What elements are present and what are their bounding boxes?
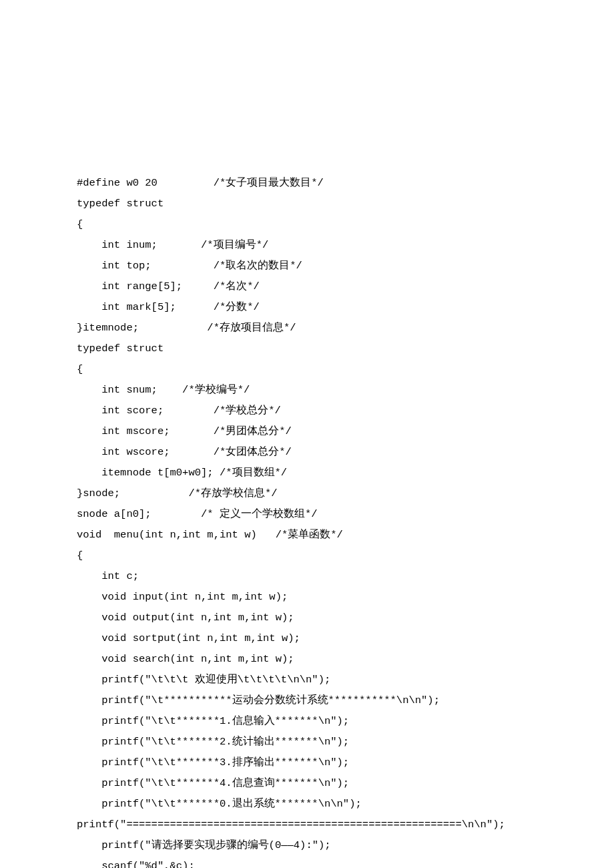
code-line: void menu(int n,int m,int w) /*菜单函数*/ [77, 525, 537, 546]
code-line: printf("\t\t*******4.信息查询*******\n"); [77, 773, 537, 794]
code-line: void output(int n,int m,int w); [77, 608, 537, 628]
code-line: { [77, 359, 537, 380]
code-line: int wscore; /*女团体总分*/ [77, 442, 537, 463]
code-line: itemnode t[m0+w0]; /*项目数组*/ [77, 463, 537, 483]
code-line: void search(int n,int m,int w); [77, 649, 537, 670]
code-line: printf("\t***********运动会分数统计系统**********… [77, 690, 537, 711]
code-line: printf("\t\t\t 欢迎使用\t\t\t\t\n\n"); [77, 670, 537, 690]
code-line: printf("\t\t*******0.退出系统*******\n\n"); [77, 794, 537, 815]
code-line: printf("请选择要实现步骤的编号(0——4):"); [77, 835, 537, 856]
code-line: printf("================================… [77, 815, 537, 835]
code-line: void sortput(int n,int m,int w); [77, 628, 537, 649]
code-line: int top; /*取名次的数目*/ [77, 256, 537, 276]
code-line: { [77, 214, 537, 235]
code-line: typedef struct [77, 339, 537, 359]
code-line: }snode; /*存放学校信息*/ [77, 483, 537, 504]
code-line: int snum; /*学校编号*/ [77, 380, 537, 401]
code-line: int range[5]; /*名次*/ [77, 276, 537, 297]
code-line: int inum; /*项目编号*/ [77, 235, 537, 256]
code-block: #define w0 20 /*女子项目最大数目*/typedef struct… [77, 173, 537, 868]
code-line: typedef struct [77, 194, 537, 214]
code-line: void input(int n,int m,int w); [77, 587, 537, 608]
code-line: }itemnode; /*存放项目信息*/ [77, 318, 537, 339]
code-line: scanf("%d",&c); [77, 856, 537, 868]
code-line: int mark[5]; /*分数*/ [77, 297, 537, 318]
code-line: { [77, 546, 537, 566]
code-line: printf("\t\t*******3.排序输出*******\n"); [77, 752, 537, 773]
code-line: snode a[n0]; /* 定义一个学校数组*/ [77, 504, 537, 525]
code-line: int mscore; /*男团体总分*/ [77, 421, 537, 442]
code-line: #define w0 20 /*女子项目最大数目*/ [77, 173, 537, 194]
code-line: int c; [77, 566, 537, 587]
code-line: int score; /*学校总分*/ [77, 401, 537, 421]
code-line: printf("\t\t*******1.信息输入*******\n"); [77, 711, 537, 732]
code-line: printf("\t\t*******2.统计输出*******\n"); [77, 732, 537, 752]
